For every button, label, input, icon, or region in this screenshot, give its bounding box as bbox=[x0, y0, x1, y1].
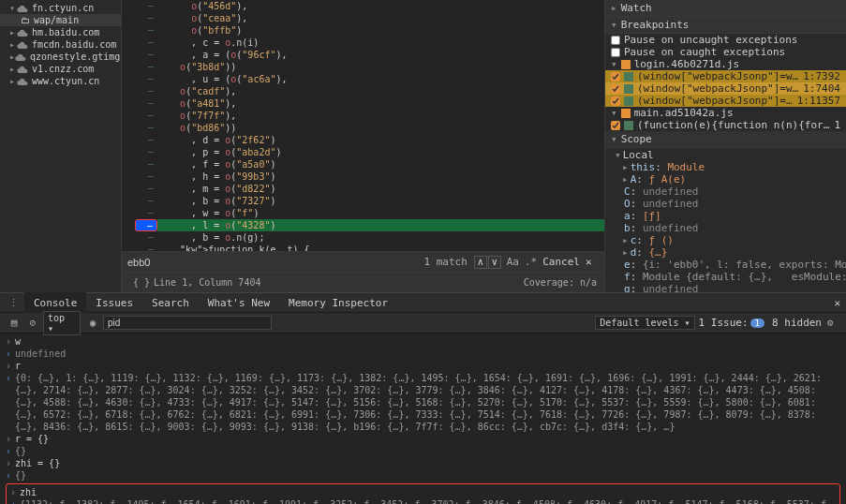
search-input[interactable] bbox=[127, 257, 202, 268]
console-row: ›r bbox=[6, 360, 840, 372]
issues-indicator[interactable]: 1 Issue:1 bbox=[699, 317, 766, 329]
scope-variable[interactable]: b: undefined bbox=[605, 221, 846, 233]
cloud-icon bbox=[17, 3, 28, 14]
scope-variable[interactable]: O: undefined bbox=[605, 197, 846, 209]
code-editor[interactable]: —————————————————————————————— o("456d")… bbox=[122, 0, 604, 251]
log-levels-selector[interactable]: Default levels ▾ bbox=[595, 316, 694, 330]
close-drawer-icon[interactable]: ✕ bbox=[834, 297, 840, 309]
tree-domain[interactable]: ▸hm.baidu.com bbox=[0, 26, 121, 38]
cloud-icon bbox=[17, 39, 28, 51]
match-count: 1 match bbox=[423, 256, 467, 268]
tab-memory-inspector[interactable]: Memory Inspector bbox=[279, 292, 397, 313]
scope-variable[interactable]: ▸A: ƒ A(e) bbox=[605, 172, 846, 185]
file-tree: ▾fn.ctyun.cn 🗀wap/main ▸hm.baidu.com ▸fm… bbox=[0, 0, 122, 292]
scope-variable[interactable]: C: undefined bbox=[605, 185, 846, 197]
code-area[interactable]: o("456d"), o("ceaa"), o("bffb") , c = o.… bbox=[157, 0, 604, 251]
highlighted-output: ›zhi ‹{1132: ƒ, 1382: ƒ, 1495: ƒ, 1654: … bbox=[6, 483, 840, 504]
scope-header[interactable]: ▾Scope bbox=[605, 131, 846, 148]
console-output[interactable]: ›w‹undefined›r‹{0: {…}, 1: {…}, 1119: {…… bbox=[0, 334, 846, 504]
drawer-tabbar: ⋮ Console Issues Search What's New Memor… bbox=[0, 292, 846, 313]
tree-domain[interactable]: ▸www.ctyun.cn bbox=[0, 75, 121, 87]
context-selector[interactable]: top ▾ bbox=[43, 311, 81, 335]
debug-panel: ▸Watch ▾Breakpoints Pause on uncaught ex… bbox=[604, 0, 846, 292]
live-expression-icon[interactable]: ◉ bbox=[84, 315, 101, 332]
folder-icon: 🗀 bbox=[21, 15, 30, 25]
console-toolbar: ▤ ⊘ top ▾ ◉ Default levels ▾ 1 Issue:1 8… bbox=[0, 313, 846, 334]
console-row: ›w bbox=[6, 335, 840, 348]
main-panels: ▾fn.ctyun.cn 🗀wap/main ▸hm.baidu.com ▸fm… bbox=[0, 0, 846, 292]
cloud-icon bbox=[17, 76, 28, 87]
pause-caught-checkbox[interactable]: Pause on caught exceptions bbox=[605, 46, 846, 58]
cloud-icon bbox=[17, 27, 28, 38]
breakpoints-header[interactable]: ▾Breakpoints bbox=[605, 17, 846, 34]
tree-folder-wap-main[interactable]: 🗀wap/main bbox=[0, 14, 121, 26]
tab-issues[interactable]: Issues bbox=[86, 292, 142, 313]
line-gutter: —————————————————————————————— bbox=[122, 0, 157, 251]
breakpoint-line[interactable]: (window["webpackJsonp"]=window["webp…1:7… bbox=[605, 70, 846, 82]
console-row: ›zhi = {} bbox=[6, 457, 840, 469]
tree-domain[interactable]: ▸v1.cnzz.com bbox=[0, 63, 121, 75]
scope-variable[interactable]: e: {i: 'ebb0', l: false, exports: Module… bbox=[605, 258, 846, 270]
clear-console-icon[interactable]: ⊘ bbox=[24, 315, 41, 332]
prev-match-button[interactable]: ∧ bbox=[474, 256, 487, 269]
console-row: ‹{} bbox=[6, 469, 840, 482]
scope-variable[interactable]: g: undefined bbox=[605, 282, 846, 292]
breakpoint-line[interactable]: (function(e){function n(n){for(var r,a,…… bbox=[605, 119, 846, 131]
tree-domain[interactable]: ▾fn.ctyun.cn bbox=[0, 2, 121, 14]
scope-variable[interactable]: ▸c: ƒ () bbox=[605, 233, 846, 245]
sidebar-toggle-icon[interactable]: ▤ bbox=[6, 315, 22, 332]
filter-input[interactable] bbox=[103, 316, 272, 330]
breakpoint-line[interactable]: (window["webpackJsonp"]=window["webp…1:1… bbox=[605, 95, 846, 107]
pretty-print-button[interactable]: { } bbox=[133, 277, 150, 288]
js-file-icon bbox=[621, 60, 631, 69]
cloud-icon bbox=[17, 64, 28, 75]
search-bar: 1 match ∧ ∨ Aa .* Cancel ✕ bbox=[122, 251, 604, 272]
js-file-icon bbox=[621, 109, 631, 118]
case-toggle[interactable]: Aa bbox=[507, 256, 519, 268]
cloud-icon bbox=[15, 52, 26, 63]
scope-variable[interactable]: a: [ƒ] bbox=[605, 209, 846, 221]
close-icon[interactable]: ✕ bbox=[586, 256, 599, 268]
scope-local[interactable]: ▾Local bbox=[605, 148, 846, 160]
bp-file[interactable]: ▾main.ad51042a.js bbox=[605, 107, 846, 119]
hidden-count: 8 hidden bbox=[772, 317, 822, 329]
source-panel: —————————————————————————————— o("456d")… bbox=[122, 0, 604, 292]
cancel-button[interactable]: Cancel bbox=[542, 256, 580, 268]
tree-domain[interactable]: ▸fmcdn.baidu.com bbox=[0, 38, 121, 51]
drawer-menu-icon[interactable]: ⋮ bbox=[6, 295, 21, 310]
watch-header[interactable]: ▸Watch bbox=[605, 0, 846, 17]
tab-whats-new[interactable]: What's New bbox=[199, 292, 279, 313]
regex-toggle[interactable]: .* bbox=[525, 256, 537, 268]
settings-icon[interactable]: ⚙ bbox=[822, 315, 839, 332]
status-bar: { } Line 1, Column 7404 Coverage: n/a bbox=[122, 272, 604, 292]
bp-file[interactable]: ▾login.46b0271d.js bbox=[605, 58, 846, 70]
console-row: ‹{} bbox=[6, 445, 840, 457]
breakpoint-line[interactable]: (window["webpackJsonp"]=window["webp…1:7… bbox=[605, 82, 846, 95]
next-match-button[interactable]: ∨ bbox=[488, 256, 501, 269]
coverage-label: Coverage: n/a bbox=[524, 277, 597, 288]
cursor-position: Line 1, Column 7404 bbox=[154, 277, 260, 288]
scope-variable[interactable]: ▸d: {…} bbox=[605, 245, 846, 258]
scope-variable[interactable]: f: Module {default: {…}, __esModule: tru… bbox=[605, 270, 846, 282]
console-row: ›r = {} bbox=[6, 433, 840, 445]
tab-search[interactable]: Search bbox=[142, 292, 199, 313]
scope-variable[interactable]: ▸this: Module bbox=[605, 160, 846, 172]
pause-uncaught-checkbox[interactable]: Pause on uncaught exceptions bbox=[605, 34, 846, 46]
console-row: ‹{0: {…}, 1: {…}, 1119: {…}, 1132: {…}, … bbox=[6, 372, 840, 433]
tree-domain[interactable]: ▸qzonestyle.gtimg.cn bbox=[0, 51, 121, 63]
console-row: ‹undefined bbox=[6, 348, 840, 360]
